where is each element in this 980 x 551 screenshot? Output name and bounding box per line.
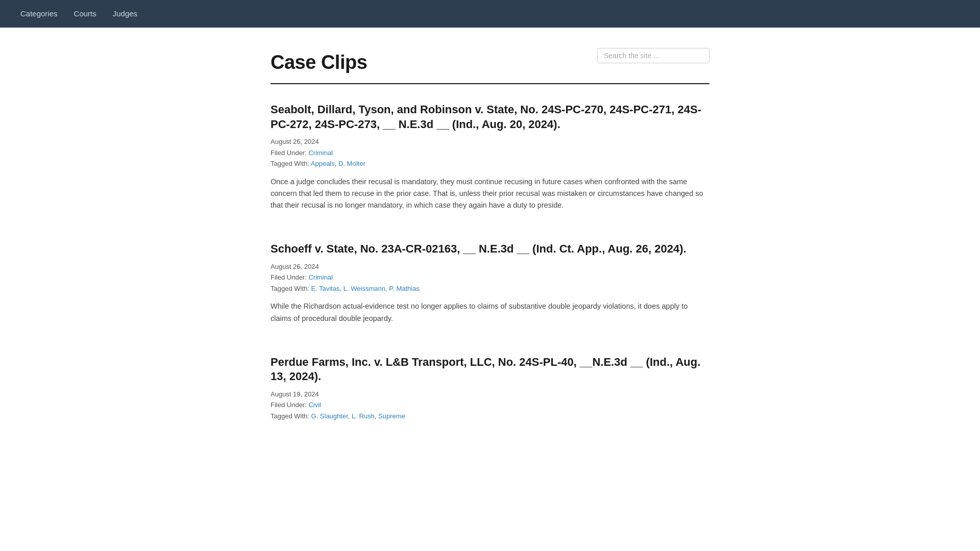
tag-link-1-0[interactable]: Appeals (311, 160, 335, 167)
tag-link-3-0[interactable]: G. Slaughter (311, 412, 348, 420)
article-filed-3: Filed Under: Civil (271, 400, 709, 410)
main-container: Case Clips Seabolt, Dillard, Tyson, and … (260, 28, 720, 483)
title-divider (271, 83, 709, 84)
article-title-2[interactable]: Schoeff v. State, No. 23A-CR-02163, __ N… (271, 242, 709, 257)
tag-link-3-2[interactable]: Supreme (378, 412, 405, 420)
article-filed-link-1[interactable]: Criminal (308, 149, 333, 157)
main-nav: CategoriesCourtsJudges (0, 0, 980, 28)
tag-link-1-1[interactable]: D. Molter (338, 160, 365, 167)
article-filed-link-2[interactable]: Criminal (308, 273, 333, 281)
article-tags-1: Tagged With: Appeals, D. Molter (271, 159, 709, 169)
nav-item-categories[interactable]: Categories (20, 5, 58, 23)
tag-link-2-0[interactable]: E. Tavitas (311, 285, 340, 292)
articles-list: Seabolt, Dillard, Tyson, and Robinson v.… (271, 103, 709, 428)
tag-link-2-1[interactable]: L. Weissmann (344, 285, 385, 292)
site-title: Case Clips (271, 48, 367, 77)
tag-link-2-2[interactable]: P. Mathias (389, 285, 420, 292)
article-date-3: August 19, 2024 (271, 389, 709, 399)
search-box[interactable] (597, 48, 709, 63)
nav-item-judges[interactable]: Judges (113, 5, 137, 23)
article-tags-2: Tagged With: E. Tavitas, L. Weissmann, P… (271, 284, 709, 294)
search-input[interactable] (604, 52, 703, 60)
article-filed-link-3[interactable]: Civil (308, 401, 321, 409)
article-tags-3: Tagged With: G. Slaughter, L. Rush, Supr… (271, 411, 709, 421)
header-row: Case Clips (271, 48, 709, 77)
article-summary-2: While the Richardson actual-evidence tes… (271, 300, 709, 324)
article-2: Schoeff v. State, No. 23A-CR-02163, __ N… (271, 242, 709, 330)
article-filed-1: Filed Under: Criminal (271, 148, 709, 158)
article-title-1[interactable]: Seabolt, Dillard, Tyson, and Robinson v.… (271, 103, 709, 132)
tag-link-3-1[interactable]: L. Rush (352, 412, 375, 420)
article-date-1: August 26, 2024 (271, 137, 709, 147)
article-1: Seabolt, Dillard, Tyson, and Robinson v.… (271, 103, 709, 217)
article-title-3[interactable]: Perdue Farms, Inc. v. L&B Transport, LLC… (271, 355, 709, 384)
article-filed-2: Filed Under: Criminal (271, 272, 709, 283)
nav-item-courts[interactable]: Courts (74, 5, 96, 23)
article-3: Perdue Farms, Inc. v. L&B Transport, LLC… (271, 355, 709, 429)
article-date-2: August 26, 2024 (271, 262, 709, 272)
article-summary-1: Once a judge concludes their recusal is … (271, 176, 709, 212)
